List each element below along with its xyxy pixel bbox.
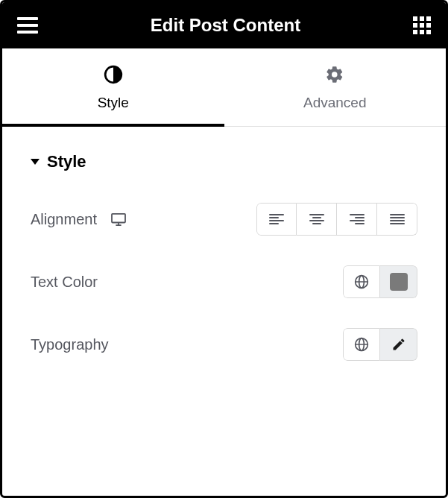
tab-label-style: Style (98, 95, 129, 110)
globe-icon (354, 337, 369, 352)
edit-typography-button[interactable] (380, 328, 417, 361)
align-justify-button[interactable] (377, 203, 417, 236)
tabs: Style Advanced (2, 48, 446, 127)
tab-style[interactable]: Style (2, 48, 224, 126)
gear-icon (325, 65, 344, 84)
row-typography: Typography (31, 328, 417, 361)
row-alignment: Alignment (31, 203, 417, 236)
page-title: Edit Post Content (151, 15, 300, 36)
color-swatch (390, 273, 408, 291)
tab-label-advanced: Advanced (303, 95, 367, 110)
align-center-button[interactable] (297, 203, 337, 236)
align-left-button[interactable] (256, 203, 297, 236)
label-alignment: Alignment (31, 211, 97, 228)
caret-down-icon (31, 159, 40, 165)
label-typography: Typography (31, 336, 109, 353)
section-title: Style (47, 152, 86, 171)
typography-controls (343, 328, 417, 361)
global-typography-button[interactable] (343, 328, 380, 361)
svg-rect-1 (112, 214, 125, 223)
half-circle-icon (104, 65, 123, 84)
global-color-button[interactable] (343, 265, 380, 298)
pencil-icon (391, 337, 406, 352)
header-bar: Edit Post Content (2, 2, 446, 48)
color-swatch-button[interactable] (380, 265, 417, 298)
apps-grid-icon[interactable] (413, 16, 431, 34)
text-color-controls (343, 265, 417, 298)
align-left-icon (269, 213, 284, 225)
globe-icon (354, 274, 369, 289)
alignment-buttons (256, 203, 417, 236)
align-justify-icon (390, 213, 405, 225)
align-right-icon (350, 213, 365, 225)
menu-icon[interactable] (17, 17, 38, 34)
desktop-icon[interactable] (110, 212, 127, 226)
style-panel: Style Alignment (2, 127, 446, 416)
tab-advanced[interactable]: Advanced (224, 48, 447, 126)
section-toggle-style[interactable]: Style (31, 152, 417, 171)
align-right-button[interactable] (337, 203, 377, 236)
align-center-icon (309, 213, 324, 225)
label-text-color: Text Color (31, 274, 98, 291)
row-text-color: Text Color (31, 265, 417, 298)
